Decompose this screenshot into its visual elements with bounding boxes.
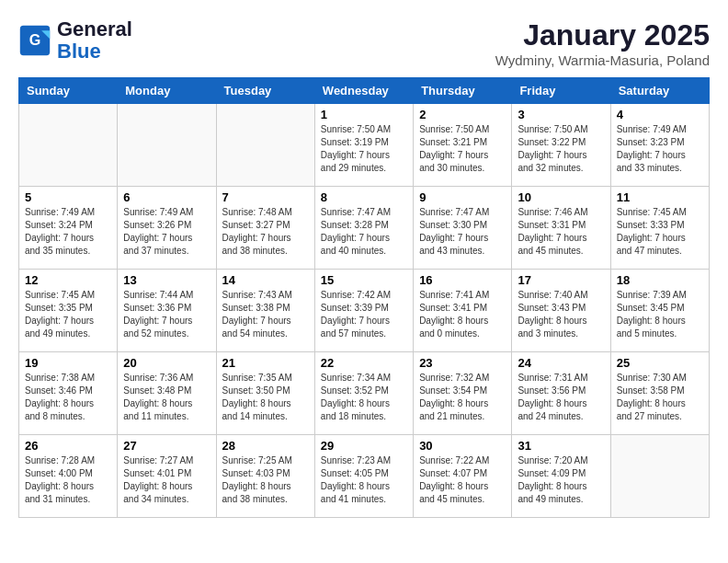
day-info: Sunrise: 7:28 AM Sunset: 4:00 PM Dayligh… — [25, 454, 111, 506]
calendar-header-row: SundayMondayTuesdayWednesdayThursdayFrid… — [19, 78, 710, 104]
day-info: Sunrise: 7:30 AM Sunset: 3:58 PM Dayligh… — [617, 372, 703, 423]
day-number: 21 — [222, 356, 309, 370]
day-number: 5 — [25, 190, 111, 204]
day-info: Sunrise: 7:45 AM Sunset: 3:35 PM Dayligh… — [25, 289, 111, 340]
day-number: 31 — [518, 439, 604, 453]
day-of-week-header: Tuesday — [216, 78, 314, 104]
calendar-cell: 6Sunrise: 7:49 AM Sunset: 3:26 PM Daylig… — [118, 187, 216, 270]
day-info: Sunrise: 7:40 AM Sunset: 3:43 PM Dayligh… — [518, 289, 604, 340]
day-number: 7 — [222, 190, 309, 204]
day-info: Sunrise: 7:32 AM Sunset: 3:54 PM Dayligh… — [419, 372, 506, 423]
day-info: Sunrise: 7:50 AM Sunset: 3:22 PM Dayligh… — [518, 123, 604, 175]
calendar-cell: 20Sunrise: 7:36 AM Sunset: 3:48 PM Dayli… — [118, 352, 216, 435]
day-number: 24 — [518, 356, 604, 370]
day-info: Sunrise: 7:39 AM Sunset: 3:45 PM Dayligh… — [617, 289, 703, 340]
day-number: 17 — [518, 273, 604, 287]
day-of-week-header: Sunday — [19, 78, 118, 104]
calendar-week-row: 19Sunrise: 7:38 AM Sunset: 3:46 PM Dayli… — [19, 352, 710, 435]
calendar-cell: 26Sunrise: 7:28 AM Sunset: 4:00 PM Dayli… — [19, 435, 118, 518]
calendar-cell: 23Sunrise: 7:32 AM Sunset: 3:54 PM Dayli… — [414, 352, 512, 435]
day-number: 26 — [25, 439, 111, 453]
day-number: 4 — [617, 108, 703, 121]
calendar-cell: 27Sunrise: 7:27 AM Sunset: 4:01 PM Dayli… — [118, 435, 216, 518]
day-info: Sunrise: 7:31 AM Sunset: 3:56 PM Dayligh… — [518, 372, 604, 423]
day-info: Sunrise: 7:34 AM Sunset: 3:52 PM Dayligh… — [321, 372, 407, 423]
logo-text: General Blue — [57, 18, 132, 63]
day-info: Sunrise: 7:43 AM Sunset: 3:38 PM Dayligh… — [222, 289, 309, 340]
calendar-cell: 18Sunrise: 7:39 AM Sunset: 3:45 PM Dayli… — [610, 270, 709, 352]
day-number: 22 — [321, 356, 407, 370]
logo: G General Blue — [18, 18, 132, 63]
calendar-cell: 10Sunrise: 7:46 AM Sunset: 3:31 PM Dayli… — [512, 187, 610, 270]
calendar-cell: 9Sunrise: 7:47 AM Sunset: 3:30 PM Daylig… — [414, 187, 512, 270]
day-info: Sunrise: 7:36 AM Sunset: 3:48 PM Dayligh… — [123, 372, 210, 423]
day-number: 11 — [617, 190, 703, 204]
day-number: 16 — [419, 273, 506, 287]
location: Wydminy, Warmia-Masuria, Poland — [495, 52, 710, 68]
day-info: Sunrise: 7:50 AM Sunset: 3:19 PM Dayligh… — [321, 123, 407, 175]
logo-icon: G — [18, 24, 51, 57]
calendar-cell: 13Sunrise: 7:44 AM Sunset: 3:36 PM Dayli… — [118, 270, 216, 352]
title-block: January 2025 Wydminy, Warmia-Masuria, Po… — [495, 18, 710, 68]
day-info: Sunrise: 7:35 AM Sunset: 3:50 PM Dayligh… — [222, 372, 309, 423]
calendar-cell: 28Sunrise: 7:25 AM Sunset: 4:03 PM Dayli… — [216, 435, 314, 518]
logo-line2: Blue — [57, 40, 132, 63]
day-number: 19 — [25, 356, 111, 370]
day-number: 6 — [123, 190, 210, 204]
calendar-cell — [216, 104, 314, 187]
calendar-cell: 5Sunrise: 7:49 AM Sunset: 3:24 PM Daylig… — [19, 187, 118, 270]
day-number: 10 — [518, 190, 604, 204]
calendar-cell: 21Sunrise: 7:35 AM Sunset: 3:50 PM Dayli… — [216, 352, 314, 435]
calendar-cell: 12Sunrise: 7:45 AM Sunset: 3:35 PM Dayli… — [19, 270, 118, 352]
day-number: 12 — [25, 273, 111, 287]
day-number: 13 — [123, 273, 210, 287]
day-info: Sunrise: 7:38 AM Sunset: 3:46 PM Dayligh… — [25, 372, 111, 423]
day-of-week-header: Monday — [118, 78, 216, 104]
calendar-week-row: 12Sunrise: 7:45 AM Sunset: 3:35 PM Dayli… — [19, 270, 710, 352]
day-number: 28 — [222, 439, 309, 453]
day-info: Sunrise: 7:47 AM Sunset: 3:28 PM Dayligh… — [321, 206, 407, 258]
calendar-cell — [19, 104, 118, 187]
day-info: Sunrise: 7:41 AM Sunset: 3:41 PM Dayligh… — [419, 289, 506, 340]
day-number: 25 — [617, 356, 703, 370]
day-number: 18 — [617, 273, 703, 287]
day-info: Sunrise: 7:47 AM Sunset: 3:30 PM Dayligh… — [419, 206, 506, 258]
day-info: Sunrise: 7:27 AM Sunset: 4:01 PM Dayligh… — [123, 454, 210, 506]
calendar-cell: 15Sunrise: 7:42 AM Sunset: 3:39 PM Dayli… — [314, 270, 413, 352]
day-number: 8 — [321, 190, 407, 204]
day-info: Sunrise: 7:49 AM Sunset: 3:26 PM Dayligh… — [123, 206, 210, 258]
day-info: Sunrise: 7:50 AM Sunset: 3:21 PM Dayligh… — [419, 123, 506, 175]
calendar-cell: 30Sunrise: 7:22 AM Sunset: 4:07 PM Dayli… — [414, 435, 512, 518]
calendar-cell: 17Sunrise: 7:40 AM Sunset: 3:43 PM Dayli… — [512, 270, 610, 352]
day-of-week-header: Wednesday — [314, 78, 413, 104]
calendar-week-row: 26Sunrise: 7:28 AM Sunset: 4:00 PM Dayli… — [19, 435, 710, 518]
calendar-cell: 25Sunrise: 7:30 AM Sunset: 3:58 PM Dayli… — [610, 352, 709, 435]
calendar-week-row: 5Sunrise: 7:49 AM Sunset: 3:24 PM Daylig… — [19, 187, 710, 270]
logo-line1: General — [57, 18, 132, 40]
calendar-cell: 7Sunrise: 7:48 AM Sunset: 3:27 PM Daylig… — [216, 187, 314, 270]
svg-text:G: G — [29, 32, 41, 49]
page-header: G General Blue January 2025 Wydminy, War… — [18, 18, 710, 68]
day-number: 20 — [123, 356, 210, 370]
day-info: Sunrise: 7:46 AM Sunset: 3:31 PM Dayligh… — [518, 206, 604, 258]
day-info: Sunrise: 7:49 AM Sunset: 3:23 PM Dayligh… — [617, 123, 703, 175]
calendar-cell: 19Sunrise: 7:38 AM Sunset: 3:46 PM Dayli… — [19, 352, 118, 435]
day-number: 1 — [321, 108, 407, 121]
calendar-cell: 11Sunrise: 7:45 AM Sunset: 3:33 PM Dayli… — [610, 187, 709, 270]
day-number: 23 — [419, 356, 506, 370]
day-of-week-header: Saturday — [610, 78, 709, 104]
calendar-cell: 4Sunrise: 7:49 AM Sunset: 3:23 PM Daylig… — [610, 104, 709, 187]
day-info: Sunrise: 7:48 AM Sunset: 3:27 PM Dayligh… — [222, 206, 309, 258]
day-number: 29 — [321, 439, 407, 453]
day-info: Sunrise: 7:25 AM Sunset: 4:03 PM Dayligh… — [222, 454, 309, 506]
calendar-cell — [118, 104, 216, 187]
day-number: 27 — [123, 439, 210, 453]
calendar-cell: 8Sunrise: 7:47 AM Sunset: 3:28 PM Daylig… — [314, 187, 413, 270]
day-info: Sunrise: 7:44 AM Sunset: 3:36 PM Dayligh… — [123, 289, 210, 340]
day-of-week-header: Friday — [512, 78, 610, 104]
calendar-cell: 24Sunrise: 7:31 AM Sunset: 3:56 PM Dayli… — [512, 352, 610, 435]
day-info: Sunrise: 7:49 AM Sunset: 3:24 PM Dayligh… — [25, 206, 111, 258]
day-number: 2 — [419, 108, 506, 121]
day-of-week-header: Thursday — [414, 78, 512, 104]
calendar-cell: 3Sunrise: 7:50 AM Sunset: 3:22 PM Daylig… — [512, 104, 610, 187]
